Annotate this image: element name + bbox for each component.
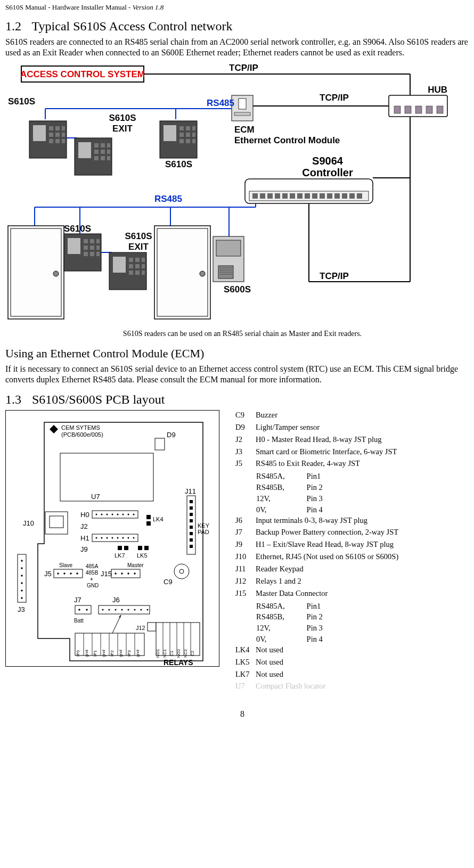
svg-point-160 <box>174 564 189 579</box>
pcb-485a: 485A <box>86 563 99 569</box>
svg-rect-169 <box>75 605 91 614</box>
pcb-h1: H1 <box>80 534 89 542</box>
svg-rect-136 <box>146 521 151 526</box>
svg-point-131 <box>117 537 119 539</box>
svg-rect-140 <box>144 546 149 550</box>
svg-rect-23 <box>62 133 65 137</box>
reader-bot-left-exit <box>109 252 146 290</box>
svg-point-180 <box>147 609 149 611</box>
svg-point-123 <box>117 514 119 515</box>
pcb-j12: J12 <box>136 625 145 631</box>
svg-rect-59 <box>305 193 310 199</box>
network-diagram: ACCESS CONTROL SYSTEM TCP/IP HUB TCP/IP … <box>5 63 474 324</box>
ecm-heading: Using an Ethernet Control Module (ECM) <box>5 347 474 361</box>
pcb-lk5: LK5 <box>137 552 148 559</box>
svg-rect-21 <box>49 133 53 137</box>
pcb-ip2: IP2 <box>110 650 115 657</box>
pcb-vendor-a: CEM SYTEMS <box>61 424 100 431</box>
j5-d: 0V, <box>256 504 306 515</box>
svg-rect-55 <box>275 193 280 199</box>
pcb-relays: RELAYS <box>164 658 193 666</box>
j5-dp: Pin 4 <box>306 504 323 515</box>
svg-rect-66 <box>357 193 362 199</box>
svg-point-133 <box>128 537 129 539</box>
key-lk4: Not used <box>256 645 398 655</box>
svg-point-174 <box>109 609 110 611</box>
pcb-batt: Batt <box>74 618 84 624</box>
svg-point-178 <box>134 609 136 611</box>
pcb-c1: C1 <box>169 650 174 656</box>
svg-rect-147 <box>190 532 193 535</box>
pcb-j5: J5 <box>44 570 52 578</box>
svg-point-167 <box>21 589 22 591</box>
svg-rect-94 <box>135 258 140 262</box>
ecm-label-b: Ethernet Control Module <box>234 135 340 145</box>
svg-point-163 <box>21 560 22 561</box>
pcb-j6: J6 <box>112 596 120 604</box>
svg-rect-20 <box>62 126 65 130</box>
svg-rect-57 <box>290 193 295 199</box>
svg-rect-38 <box>107 156 110 160</box>
acs-label: ACCESS CONTROL SYSTEM <box>20 69 145 79</box>
svg-rect-138 <box>124 546 128 550</box>
svg-rect-29 <box>78 142 91 158</box>
svg-rect-117 <box>92 511 138 518</box>
pcb-ip1: IP1 <box>93 650 97 657</box>
svg-rect-144 <box>190 513 193 516</box>
svg-point-179 <box>141 609 142 611</box>
svg-rect-87 <box>84 252 88 256</box>
s610s-label-bl: S610S <box>64 224 91 234</box>
key-d9: Light/Tamper sensor <box>256 422 398 432</box>
svg-rect-80 <box>68 238 80 254</box>
s610s-exit2-a: S610S <box>125 231 152 241</box>
pcb-gnd: GND <box>87 583 99 588</box>
svg-rect-19 <box>55 126 60 130</box>
svg-rect-143 <box>190 506 193 510</box>
svg-point-159 <box>134 572 135 574</box>
j15-bp: Pin 2 <box>306 611 323 623</box>
pcb-vendor-b: (PCB/600e/005) <box>61 431 103 438</box>
svg-point-165 <box>21 575 22 576</box>
ecm-para: If it is necessary to connect an S610S s… <box>5 364 474 385</box>
tcpip-label: TCP/IP <box>229 63 258 73</box>
svg-rect-139 <box>138 546 142 550</box>
svg-rect-17 <box>33 125 46 141</box>
key-j2: H0 - Master Read Head, 8-way JST plug <box>256 435 398 445</box>
svg-rect-137 <box>118 546 122 550</box>
svg-rect-84 <box>84 245 88 250</box>
svg-rect-88 <box>90 252 94 256</box>
svg-point-126 <box>133 514 135 515</box>
svg-rect-48 <box>186 139 190 143</box>
svg-rect-93 <box>129 258 133 262</box>
svg-rect-96 <box>129 264 133 268</box>
svg-rect-148 <box>190 538 193 542</box>
svg-rect-98 <box>142 264 145 268</box>
j15-cp: Pin 3 <box>306 623 323 634</box>
svg-rect-85 <box>90 245 94 250</box>
key-lk5: Not used <box>256 657 398 667</box>
svg-point-158 <box>127 572 129 574</box>
j5-c: 12V, <box>256 493 306 504</box>
svg-rect-172 <box>99 605 150 614</box>
svg-rect-37 <box>101 156 105 160</box>
rs485-label-top: RS485 <box>207 98 234 108</box>
hub-label: HUB <box>428 85 447 95</box>
svg-point-175 <box>115 609 117 611</box>
svg-rect-52 <box>252 193 258 199</box>
pcb-gndd: gnd <box>135 650 140 657</box>
svg-point-119 <box>96 514 97 515</box>
svg-point-132 <box>122 537 124 539</box>
doc-header-left: S610S Manual - Hardware Installer Manual… <box>5 3 133 11</box>
svg-rect-42 <box>186 126 190 130</box>
j15-d: 0V, <box>256 634 306 645</box>
pcb-j11: J11 <box>185 487 196 495</box>
svg-point-151 <box>57 572 59 574</box>
pcb-master: Master <box>127 562 144 568</box>
svg-point-104 <box>200 271 205 276</box>
pcb-ip3: IP3 <box>127 650 132 657</box>
svg-rect-26 <box>62 139 65 143</box>
section-title: Typical S610S Access Control network <box>32 19 233 33</box>
svg-rect-46 <box>192 133 195 137</box>
section-1-2-para: S610S readers are connected to an RS485 … <box>5 37 474 58</box>
j15-a: RS485A, <box>256 601 306 612</box>
